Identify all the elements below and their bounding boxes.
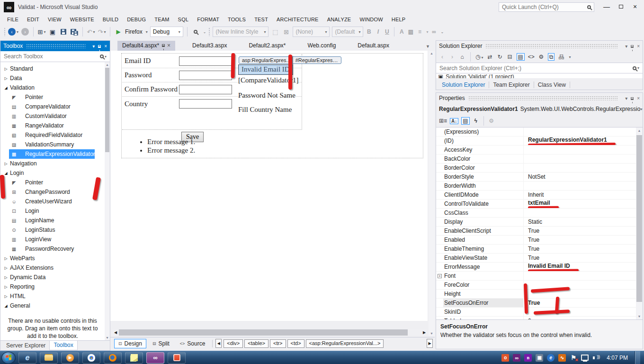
toolbox-item[interactable]: ▷ Standard <box>0 64 110 73</box>
toolbox-search-input[interactable] <box>4 53 100 60</box>
configuration-combo[interactable]: Debug▾ <box>150 27 183 37</box>
italic-button[interactable]: I <box>375 28 381 35</box>
property-row[interactable]: Enabled True <box>436 236 643 245</box>
tool-window-tab[interactable]: Server Explorer <box>2 341 49 350</box>
scroll-up-icon[interactable]: ▲ <box>105 63 110 66</box>
scroll-up-icon[interactable]: ▲ <box>636 129 643 132</box>
selected-validator-control[interactable]: Invalid Email ID <box>238 64 293 75</box>
close-icon[interactable]: × <box>637 96 640 101</box>
property-row[interactable]: (Expressions) <box>436 127 643 136</box>
menu-item[interactable]: VIEW <box>44 15 66 24</box>
toolbox-item[interactable]: ▷ WebParts <box>0 254 110 263</box>
property-row[interactable]: ClientIDMode Inherit <box>436 191 643 200</box>
tree-expander-icon[interactable]: ▷ <box>3 162 9 166</box>
properties-title-bar[interactable]: Properties ▾ × <box>436 93 643 103</box>
tag-breadcrumb-item[interactable]: <table> <box>244 339 268 348</box>
tag-breadcrumb-item[interactable]: <asp:RegularExpressionVal...> <box>306 339 384 348</box>
scroll-down-icon[interactable]: ▼ <box>105 336 110 339</box>
property-value[interactable]: True <box>524 254 643 262</box>
property-row[interactable]: BorderStyle NotSet <box>436 173 643 182</box>
property-row[interactable]: Display Static <box>436 218 643 227</box>
menu-item[interactable]: WINDOW <box>355 15 387 24</box>
password-not-same-text[interactable]: Password Not Same <box>238 91 357 100</box>
menu-item[interactable]: TEST <box>250 15 272 24</box>
property-value[interactable] <box>524 281 643 289</box>
tray-icon[interactable]: ∿ <box>558 354 566 362</box>
scroll-down-icon[interactable]: ▼ <box>636 315 643 318</box>
tag-id-label[interactable]: #RegularExpres… <box>292 57 341 64</box>
save-all-button[interactable] <box>70 27 79 37</box>
document-list-chevron-icon[interactable]: ▼ <box>426 44 430 49</box>
toolbox-item[interactable]: ▤ CompareValidator <box>0 102 110 111</box>
toolbar-grip[interactable] <box>4 27 6 36</box>
menu-item[interactable]: DEBUG <box>123 15 150 24</box>
tray-icon[interactable] <box>592 354 600 362</box>
tray-icon[interactable]: e <box>547 354 555 362</box>
toolbox-item[interactable]: ◢ General <box>0 301 110 310</box>
expand-icon[interactable]: + <box>438 274 442 278</box>
menu-item[interactable]: TEAM <box>150 15 173 24</box>
menu-item[interactable]: ARCHITECTURE <box>272 15 323 24</box>
property-row[interactable]: BackColor <box>436 155 643 164</box>
tree-expander-icon[interactable]: ▷ <box>3 76 9 81</box>
quick-launch-box[interactable] <box>499 2 594 12</box>
chevron-down-icon[interactable]: ▾ <box>569 55 571 59</box>
properties-icon[interactable]: ⚙ <box>538 54 545 60</box>
property-row[interactable]: + Font <box>436 272 643 281</box>
property-row[interactable]: EnableClientScript True <box>436 227 643 236</box>
taskbar-app-button[interactable] <box>82 352 100 364</box>
close-icon[interactable]: × <box>104 44 107 49</box>
tool-window-tab[interactable]: Team Explorer <box>489 81 533 89</box>
tag-type-label[interactable]: asp:RegularExpres.. <box>239 57 292 64</box>
view-switch-tab[interactable]: ⊟ Split <box>148 339 174 348</box>
tool-window-tab[interactable]: Toolbox <box>49 341 77 350</box>
tray-icon[interactable]: n <box>524 354 532 362</box>
property-value[interactable] <box>524 272 643 280</box>
show-desktop-button[interactable] <box>635 351 640 364</box>
menu-item[interactable]: SQL <box>174 15 193 24</box>
reuse-style-icon[interactable]: ⊠ <box>282 27 290 37</box>
tree-expander-icon[interactable]: ▷ <box>3 67 9 71</box>
toolbox-item[interactable]: ▥ CustomValidator <box>0 111 110 121</box>
toolbox-search[interactable]: ▾ <box>0 51 110 62</box>
events-icon[interactable]: ϟ <box>473 118 479 124</box>
pin-icon[interactable] <box>162 44 165 47</box>
pin-icon[interactable] <box>631 44 634 49</box>
toolbar-overflow-icon[interactable]: ⌄ <box>203 30 206 34</box>
property-row[interactable]: EnableViewState True <box>436 254 643 263</box>
property-row[interactable]: BorderColor <box>436 164 643 173</box>
chevron-down-icon[interactable]: ▾ <box>105 55 107 59</box>
toolbox-item[interactable]: ▷ Data <box>0 73 110 83</box>
form-textbox[interactable] <box>179 56 232 66</box>
menu-item[interactable]: EDIT <box>23 15 44 24</box>
property-value[interactable] <box>524 146 643 154</box>
tag-breadcrumb-item[interactable]: <div> <box>224 339 243 348</box>
pin-icon[interactable] <box>631 96 634 101</box>
taskbar-app-button[interactable] <box>104 352 122 364</box>
property-value[interactable] <box>524 164 643 172</box>
menu-item[interactable]: HELP <box>387 15 410 24</box>
properties-view-icon[interactable]: ▤ <box>461 117 469 125</box>
property-row[interactable]: ControlToValidate txtEmail <box>436 200 643 209</box>
run-target-label[interactable]: Firefox <box>125 28 143 35</box>
format-overflow-icon[interactable]: ⌄ <box>440 30 444 34</box>
toolbox-item[interactable]: ▷ Reporting <box>0 282 110 291</box>
taskbar-app-button[interactable] <box>40 352 58 364</box>
toolbox-item[interactable]: ▥ LoginView <box>0 235 110 244</box>
navigate-forward-button[interactable]: › <box>21 27 29 37</box>
taskbar-app-button[interactable]: ∞ <box>146 352 164 364</box>
solution-explorer-search-input[interactable] <box>439 65 633 72</box>
tray-icon[interactable]: o <box>501 354 509 362</box>
scroll-right-icon[interactable]: ▶ <box>421 329 428 336</box>
editor-vertical-scrollbar[interactable]: ▲ ▼ <box>429 51 435 336</box>
property-row[interactable]: AccessKey <box>436 146 643 155</box>
property-value[interactable]: Invalid Email ID <box>524 263 643 271</box>
scroll-up-icon[interactable]: ▲ <box>429 52 435 55</box>
document-tab[interactable]: Web.config × <box>303 41 341 51</box>
document-tab[interactable]: Default.aspx × <box>353 41 394 51</box>
target-rule-combo[interactable]: (None)▾ <box>293 27 330 37</box>
property-value[interactable]: txtEmail <box>524 200 643 208</box>
scrollbar-thumb[interactable] <box>119 329 408 336</box>
back-icon[interactable]: ‹ <box>439 54 446 60</box>
taskbar-app-button[interactable] <box>125 352 143 364</box>
